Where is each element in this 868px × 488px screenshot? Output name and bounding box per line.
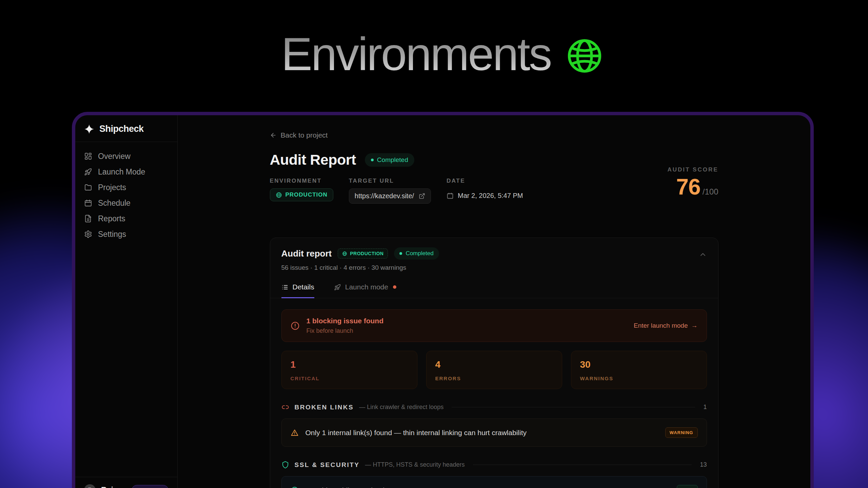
section-subtitle: — Link crawler & redirect loops [359,404,443,411]
broken-link-icon [281,403,289,411]
arrow-right-icon: → [691,322,698,329]
page-title: Audit Report [270,151,356,168]
status-dot [399,252,402,255]
stat-errors: 4 ERRORS [426,351,562,389]
hero-title: Environments [281,28,551,80]
meta-date: DATE Mar 2, 2026, 5:47 PM [447,178,523,200]
sidebar-item-label: Projects [98,183,126,192]
arrow-left-icon [270,132,277,139]
alert-text: 1 blocking issue found Fix before launch [307,317,384,334]
meta-environment: ENVIRONMENT PRODUCTION [270,178,333,201]
section-title: SSL & SECURITY [295,461,360,469]
folder-icon [84,183,92,191]
status-badge: Completed [365,153,414,167]
sidebar-item-schedule[interactable]: Schedule [84,198,169,208]
environment-label: ENVIRONMENT [270,178,333,184]
section-divider [473,465,692,465]
sidebar: Shipcheck Overview Launch Mode [75,115,178,488]
tab-launch-mode[interactable]: Launch mode [334,283,396,298]
sidebar-item-launch-mode[interactable]: Launch Mode [84,166,169,177]
globe-icon [276,192,282,198]
sidebar-item-overview[interactable]: Overview [84,151,169,162]
gear-icon [84,230,92,238]
alert-subtitle: Fix before launch [307,327,384,334]
document-icon [84,215,92,223]
stat-value: 4 [435,359,553,370]
status-dot [371,159,374,161]
sidebar-user[interactable]: R Raj FOUNDER [75,477,177,488]
stat-label: CRITICAL [291,375,408,381]
date-value: Mar 2, 2026, 5:47 PM [447,188,523,200]
sidebar-item-label: Schedule [98,199,131,208]
screenshot-stage: Environments Shipcheck [0,0,868,488]
target-url-label: TARGET URL [349,178,431,184]
stat-value: 30 [580,359,698,370]
enter-launch-mode-link[interactable]: Enter launch mode → [634,322,698,329]
audit-score-max: /100 [703,187,718,197]
section-title: BROKEN LINKS [295,404,354,411]
dashboard-grid-icon [84,152,92,160]
card-header: Audit report PRODUCTION Completed [270,238,718,271]
founder-badge: FOUNDER [132,485,169,488]
production-badge: PRODUCTION [338,248,388,259]
card-summary: 56 issues · 1 critical · 4 errors · 30 w… [281,264,707,271]
blocking-issue-alert: 1 blocking issue found Fix before launch… [281,309,707,342]
calendar-icon [447,192,454,199]
stat-label: ERRORS [435,375,553,381]
audit-score: AUDIT SCORE 76 /100 [667,166,718,200]
app-window: Shipcheck Overview Launch Mode [72,112,814,488]
sidebar-item-label: Reports [98,214,125,223]
rocket-icon [334,284,341,291]
sidebar-item-projects[interactable]: Projects [84,182,169,193]
issue-row[interactable]: Only 1 internal link(s) found — thin int… [281,419,707,447]
alert-circle-icon [291,321,300,330]
rocket-icon [84,168,92,176]
severity-badge: INFO [677,485,697,488]
brand: Shipcheck [75,115,177,142]
stat-warnings: 30 WARNINGS [571,351,707,389]
section-broken-links: BROKEN LINKS — Link crawler & redirect l… [281,403,707,411]
stat-value: 1 [291,359,408,370]
sidebar-item-reports[interactable]: Reports [84,213,169,224]
tab-content: 1 blocking issue found Fix before launch… [270,298,718,488]
info-circle-icon [291,486,299,488]
audit-score-value: 76 [676,174,700,200]
issue-row[interactable]: Consider adding ‘preload’ to HSTS INFO [281,476,707,488]
sidebar-item-label: Overview [98,152,131,161]
meta-row: ENVIRONMENT PRODUCTION TARGET URL [270,178,718,204]
target-url-link[interactable]: https://kazedev.site/ [349,188,431,204]
environment-badge: PRODUCTION [270,188,333,201]
sidebar-item-label: Settings [98,230,126,239]
tab-bar: Details Launch mode [270,283,718,298]
section-count: 1 [703,404,707,411]
issue-text: Consider adding ‘preload’ to HSTS [305,486,415,488]
shield-icon [281,461,289,469]
meta-target-url: TARGET URL https://kazedev.site/ [349,178,431,204]
card-status-badge: Completed [394,247,439,260]
alert-title: 1 blocking issue found [307,317,384,325]
section-ssl-security: SSL & SECURITY — HTTPS, HSTS & security … [281,461,707,469]
calendar-icon [84,199,92,207]
hero-header: Environments [72,28,814,80]
avatar: R [84,484,96,488]
sidebar-item-settings[interactable]: Settings [84,229,169,240]
section-count: 13 [700,461,707,468]
sidebar-item-label: Launch Mode [98,167,145,177]
chevron-up-icon[interactable] [699,251,707,259]
list-icon [281,284,289,291]
tab-details[interactable]: Details [281,283,314,298]
back-to-project-link[interactable]: Back to project [270,131,718,139]
stat-label: WARNINGS [580,375,698,381]
date-label: DATE [447,178,523,184]
page-header: Audit Report Completed ENVIRONMENT [270,151,718,204]
issue-text: Only 1 internal link(s) found — thin int… [305,429,527,437]
stat-critical: 1 CRITICAL [281,351,417,389]
audit-score-label: AUDIT SCORE [667,166,718,173]
external-link-icon [419,193,425,199]
globe-icon [565,36,605,76]
user-name: Raj [101,486,113,488]
severity-badge: WARNING [665,427,698,438]
globe-icon [342,251,347,256]
warning-triangle-icon [291,429,299,437]
main-area: Back to project Audit Report Completed E… [178,115,810,488]
